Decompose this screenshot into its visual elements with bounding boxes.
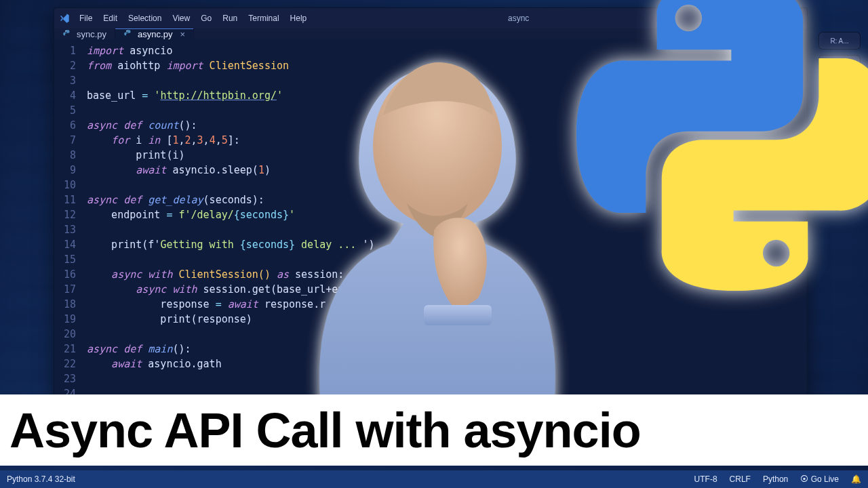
status-golive[interactable]: ⦿ Go Live xyxy=(800,474,839,484)
svg-point-0 xyxy=(65,30,66,31)
status-language[interactable]: Python xyxy=(763,474,788,484)
menu-edit[interactable]: Edit xyxy=(98,8,122,28)
status-bar: Python 3.7.4 32-bit UTF-8 CRLF Python ⦿ … xyxy=(0,470,868,488)
menu-run[interactable]: Run xyxy=(218,8,242,28)
menu-view[interactable]: View xyxy=(167,8,195,28)
tab-label: sync.py xyxy=(77,29,106,39)
menu-file[interactable]: File xyxy=(75,8,97,28)
line-number-gutter: 1234567891011121314151617181920212223242… xyxy=(54,39,81,408)
svg-point-1 xyxy=(126,30,127,31)
close-tab-icon[interactable]: × xyxy=(180,29,185,39)
presenter-photo xyxy=(268,14,607,420)
status-notifications-icon[interactable]: 🔔 xyxy=(851,474,861,484)
tab-async-py[interactable]: async.py × xyxy=(115,28,194,39)
svg-rect-5 xyxy=(424,305,492,325)
status-python-version[interactable]: Python 3.7.4 32-bit xyxy=(7,474,75,484)
vscode-logo-icon xyxy=(54,13,75,24)
video-title: Async API Call with asyncio xyxy=(9,403,641,458)
menu-go[interactable]: Go xyxy=(196,8,216,28)
tab-label: async.py xyxy=(138,29,172,39)
status-encoding[interactable]: UTF-8 xyxy=(694,474,717,484)
tab-sync-py[interactable]: sync.py xyxy=(54,28,115,39)
python-file-icon xyxy=(123,29,133,39)
python-logo-icon xyxy=(576,0,868,291)
menu-selection[interactable]: Selection xyxy=(123,8,166,28)
status-eol[interactable]: CRLF xyxy=(730,474,751,484)
python-file-icon xyxy=(62,29,72,39)
title-banner: Async API Call with asyncio xyxy=(0,394,868,466)
